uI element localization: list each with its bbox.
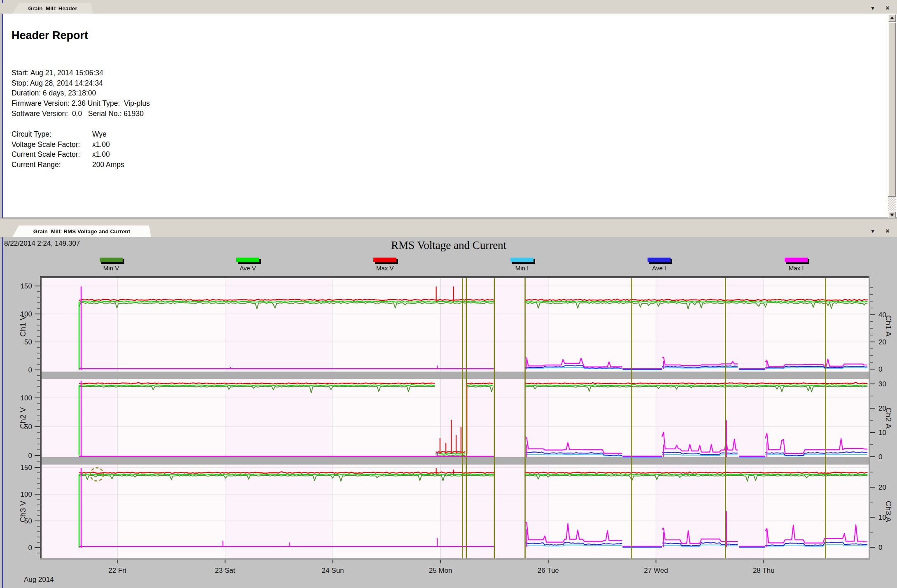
x-tick-label: 27 Wed [644,567,668,574]
chart-panel-controls: ▾ ✕ [868,228,892,235]
svg-text:0: 0 [878,544,882,551]
header-info-line: Stop: Aug 28, 2014 14:24:34 [12,78,150,88]
scrollbar-thumb[interactable] [888,22,896,197]
header-tabstrip: Grain_Mill: Header ▾ ✕ [0,3,897,14]
field-value: 200 Amps [92,160,124,169]
chart-panel-top-strip [0,218,897,225]
header-report-content: Header Report Start: Aug 21, 2014 15:06:… [3,14,897,217]
axis-title-ch3-a: Ch3 A [884,501,893,522]
header-panel-controls: ▾ ✕ [868,5,892,12]
x-tick-label: 25 Mon [429,567,452,574]
field-label: Circuit Type: [12,129,92,139]
svg-text:10: 10 [878,429,886,437]
x-tick-label: 24 Sun [322,567,344,574]
svg-text:0: 0 [28,366,32,374]
x-tick-label: 26 Tue [538,567,559,574]
header-field-row: Circuit Type:Wye [12,129,124,139]
tab-label: Grain_Mill: RMS Voltage and Current [33,228,130,235]
header-scrollbar[interactable] [888,14,896,219]
close-icon[interactable]: ✕ [883,5,892,12]
collapse-icon[interactable]: ▾ [868,5,877,12]
header-info-line: Duration: 6 days, 23:18:00 [12,88,150,98]
x-axis-caption: Aug 2014 [24,576,54,583]
tab-grain-mill-header[interactable]: Grain_Mill: Header [12,3,93,14]
plot-background [42,278,869,558]
axis-title-ch1-v: Ch1 V [19,315,27,337]
chart-tabstrip: Grain_Mill: RMS Voltage and Current ▾ ✕ [0,225,897,237]
field-value: x1.00 [92,140,110,149]
field-label: Current Scale Factor: [12,149,92,160]
header-field-row: Voltage Scale Factor:x1.00 [12,139,124,150]
rms-chart-plot[interactable]: 05010015002040Ch1 VCh1 A0501000102030Ch2… [0,237,897,588]
header-field-row: Current Range:200 Amps [12,160,124,170]
header-field-row: Current Scale Factor:x1.00 [12,149,124,160]
x-tick-label: 23 Sat [215,567,235,574]
field-value: Wye [92,130,107,138]
svg-text:100: 100 [21,394,32,402]
svg-text:50: 50 [24,338,32,346]
header-info-line: Start: Aug 21, 2014 15:06:34 [12,68,150,78]
x-tick-label: 28 Thu [753,567,775,574]
field-label: Current Range: [12,160,92,170]
close-icon[interactable]: ✕ [883,228,892,235]
axis-title-ch2-v: Ch2 V [19,407,27,429]
app-window: { "icons": { "collapse": "▾", "close": "… [0,0,897,588]
field-label: Voltage Scale Factor: [12,139,92,150]
header-info-line: Software Version: 0.0 Serial No.: 61930 [12,109,150,119]
down-arrow-icon [890,214,894,216]
field-value: x1.00 [92,150,110,158]
header-report-title: Header Report [12,29,88,42]
svg-text:20: 20 [878,483,886,491]
tab-grain-mill-rms[interactable]: Grain_Mill: RMS Voltage and Current [12,225,151,237]
svg-text:150: 150 [21,282,32,290]
svg-text:0: 0 [878,365,882,373]
svg-text:0: 0 [28,544,32,552]
axis-title-ch2-a: Ch2 A [884,407,893,429]
scroll-up-button[interactable] [888,14,896,22]
svg-text:100: 100 [21,490,32,498]
window-top-strip [0,0,897,3]
axis-title-ch1-a: Ch1 A [884,315,893,337]
svg-text:30: 30 [878,380,886,388]
axis-title-ch3-v: Ch3 V [19,500,27,522]
header-info-line: Firmware Version: 2.36 Unit Type: Vip-pl… [12,98,150,109]
svg-text:20: 20 [878,338,886,346]
up-arrow-icon [890,16,894,19]
scrollbar-track[interactable] [888,197,896,211]
svg-text:150: 150 [21,464,32,472]
x-tick-label: 22 Fri [108,567,126,574]
header-info-lines: Start: Aug 21, 2014 15:06:34Stop: Aug 28… [12,68,150,119]
tab-label: Grain_Mill: Header [28,5,77,12]
collapse-icon[interactable]: ▾ [868,228,877,235]
header-field-rows: Circuit Type:WyeVoltage Scale Factor:x1.… [12,129,124,170]
svg-text:0: 0 [878,453,882,461]
svg-text:0: 0 [28,452,32,460]
